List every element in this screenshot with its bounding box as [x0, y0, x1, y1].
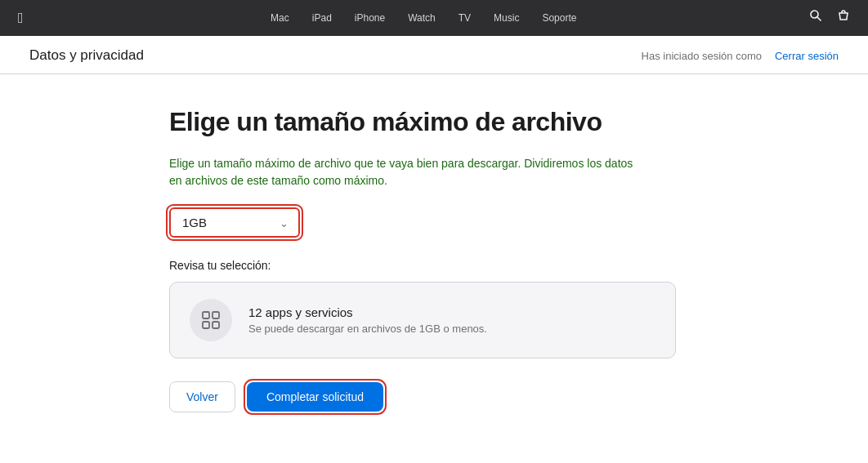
filesize-dropdown-wrapper: 1GB 2GB 4GB 25GB 50GB 75GB ⌄ — [169, 207, 300, 238]
back-button[interactable]: Volver — [169, 381, 235, 412]
svg-rect-5 — [213, 322, 219, 328]
buttons-row: Volver Completar solicitud — [169, 381, 699, 412]
apps-count: 12 apps y servicios — [248, 305, 487, 319]
section-description: Elige un tamaño máximo de archivo que te… — [169, 155, 643, 189]
logged-in-label: Has iniciado sesión como — [642, 50, 762, 62]
section-title: Elige un tamaño máximo de archivo — [169, 107, 699, 137]
filesize-dropdown[interactable]: 1GB 2GB 4GB 25GB 50GB 75GB — [169, 207, 300, 238]
apple-logo[interactable]:  — [18, 10, 24, 27]
svg-rect-2 — [203, 312, 209, 318]
nav-item-mac[interactable]: Mac — [259, 0, 301, 36]
apps-icon — [190, 299, 232, 341]
nav-item-iphone[interactable]: iPhone — [343, 0, 396, 36]
nav-item-watch[interactable]: Watch — [396, 0, 447, 36]
complete-button-wrapper: Completar solicitud — [247, 382, 383, 412]
nav-item-music[interactable]: Music — [482, 0, 530, 36]
page-header-right: Has iniciado sesión como Cerrar sesión — [642, 50, 839, 62]
navbar-icons — [809, 0, 850, 36]
complete-button[interactable]: Completar solicitud — [247, 382, 383, 412]
page-header: Datos y privacidad Has iniciado sesión c… — [0, 36, 868, 74]
search-icon[interactable] — [809, 0, 822, 36]
signout-link[interactable]: Cerrar sesión — [775, 50, 839, 62]
bag-icon[interactable] — [837, 0, 850, 36]
page-title: Datos y privacidad — [29, 47, 144, 64]
navbar-items: Mac iPad iPhone Watch TV Music Soporte — [38, 0, 809, 36]
svg-line-1 — [817, 17, 821, 21]
svg-rect-4 — [203, 322, 209, 328]
review-card: 12 apps y servicios Se puede descargar e… — [169, 282, 676, 358]
review-text-block: 12 apps y servicios Se puede descargar e… — [248, 305, 487, 335]
nav-item-ipad[interactable]: iPad — [301, 0, 343, 36]
svg-rect-3 — [213, 312, 219, 318]
nav-item-soporte[interactable]: Soporte — [530, 0, 588, 36]
svg-point-0 — [811, 11, 818, 18]
main-content: Elige un tamaño máximo de archivo Elige … — [140, 74, 728, 445]
review-label: Revisa tu selección: — [169, 259, 699, 272]
nav-item-tv[interactable]: TV — [447, 0, 482, 36]
apps-desc: Se puede descargar en archivos de 1GB o … — [248, 323, 487, 335]
navbar:  Mac iPad iPhone Watch TV Music Soporte — [0, 0, 868, 36]
